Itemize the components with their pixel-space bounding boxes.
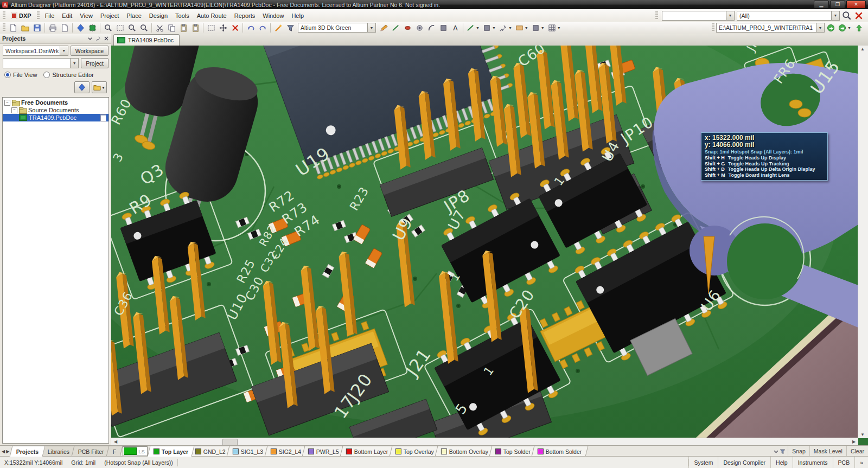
collapse-icon[interactable]: −	[4, 100, 10, 106]
new-document-button[interactable]	[7, 22, 19, 34]
open-vault-button[interactable]	[74, 22, 86, 34]
zoom-filter-button[interactable]	[138, 22, 150, 34]
scroll-up-arrow[interactable]: ▲	[858, 46, 867, 53]
snap-button[interactable]: Snap	[788, 446, 809, 457]
layer-tab-gnd-l2[interactable]: GND_L2	[189, 446, 232, 457]
menu-design[interactable]: Design	[145, 11, 171, 21]
scroll-left-arrow[interactable]: ◀	[111, 438, 120, 445]
status-menu-pcb[interactable]: PCB	[833, 457, 855, 468]
toolbar-grip[interactable]	[3, 11, 5, 20]
layer-filter-funnel-icon[interactable]	[780, 448, 786, 454]
mask-level-button[interactable]: Mask Level	[809, 446, 846, 457]
view-configuration-select[interactable]: Altium 3D Dk Green▼	[298, 23, 376, 33]
place-component-dropdown[interactable]: ▼	[481, 22, 497, 34]
tree-node-pcbdoc[interactable]: TRA1409.PcbDoc	[3, 114, 108, 121]
file-view-radio[interactable]: File View	[4, 72, 37, 78]
print-button[interactable]	[47, 22, 59, 34]
document-path-select[interactable]: E:\ALTIUM_PROJ_9_WINTER\TRA1▼	[716, 23, 825, 33]
place-room-dropdown[interactable]: ▼	[514, 22, 530, 34]
redo-button[interactable]	[257, 22, 269, 34]
status-menu-design-compiler[interactable]: Design Compiler	[718, 457, 770, 468]
open-project-button[interactable]: ▼	[92, 81, 107, 93]
place-string-button[interactable]	[449, 22, 461, 34]
filter-mask-button[interactable]	[284, 22, 296, 34]
up-button[interactable]	[853, 22, 865, 34]
tree-node-source-documents[interactable]: − Source Documents	[3, 106, 108, 114]
panel-close-icon[interactable]	[104, 36, 109, 41]
layer-tab-bottom-overlay[interactable]: Bottom Overlay	[435, 446, 494, 457]
layer-tab-pwr-l5[interactable]: PWR_L5	[302, 446, 346, 457]
horizontal-scrollbar[interactable]: ◀ ▶	[111, 438, 858, 446]
show-documents-button[interactable]	[74, 81, 90, 93]
menu-window[interactable]: Window	[259, 11, 288, 21]
layer-tab-top-overlay[interactable]: Top Overlay	[389, 446, 440, 457]
interactive-route-button[interactable]	[390, 22, 401, 34]
standard-toolbar-grip[interactable]	[3, 23, 5, 32]
layer-tab-top-layer[interactable]: Top Layer	[147, 446, 194, 457]
menu-auto-route[interactable]: Auto Route	[193, 11, 231, 21]
apply-filter-button[interactable]	[842, 11, 852, 21]
menu-file[interactable]: File	[41, 11, 59, 21]
panel-tabs-left-arrow[interactable]: ◀	[2, 449, 5, 454]
pour-dropdown[interactable]: ▼	[530, 22, 546, 34]
dxp-menu[interactable]: DXP	[7, 11, 35, 21]
select-area-button[interactable]	[205, 22, 217, 34]
panel-tabs-right-arrow[interactable]: ▶	[6, 449, 9, 454]
layer-tab-bottom-solder[interactable]: Bottom Solder	[532, 446, 589, 457]
place-pad-button[interactable]	[401, 22, 413, 34]
menu-place[interactable]: Place	[123, 11, 145, 21]
panel-tab-pcb-filter[interactable]: PCB Filter	[72, 446, 111, 457]
menu-view[interactable]: View	[76, 11, 97, 21]
navigation-toolbar-grip[interactable]	[712, 23, 714, 32]
tab-tra1409-pcbdoc[interactable]: TRA1409.PcbDoc	[113, 34, 180, 46]
collapse-icon[interactable]: −	[11, 107, 17, 113]
panel-tab-projects[interactable]: Projects	[10, 446, 46, 457]
layer-set-indicator[interactable]: LS	[123, 446, 148, 456]
open-button[interactable]	[19, 22, 31, 34]
cut-button[interactable]	[154, 22, 165, 34]
move-button[interactable]	[217, 22, 229, 34]
project-select[interactable]: ▼	[3, 58, 79, 68]
menu-project[interactable]: Project	[97, 11, 123, 21]
structure-editor-radio[interactable]: Structure Editor	[43, 72, 93, 78]
zoom-document-button[interactable]	[102, 22, 114, 34]
tree-node-free-documents[interactable]: − Free Documents	[3, 99, 108, 106]
pcb-3d-view[interactable]: C60R603Q3R9U19R72R73R74R82C24C32R23U9JP8…	[111, 46, 858, 438]
menu-edit[interactable]: Edit	[58, 11, 76, 21]
smart-wand-button[interactable]	[272, 22, 284, 34]
minimize-button[interactable]: ▁	[814, 1, 829, 9]
scroll-right-arrow[interactable]: ▶	[850, 438, 858, 445]
place-polygon-dropdown[interactable]: ▼	[497, 22, 514, 34]
clear-button[interactable]: Clear	[846, 446, 868, 457]
paste-button[interactable]	[177, 22, 189, 34]
menu-reports[interactable]: Reports	[231, 11, 259, 21]
menu-help[interactable]: Help	[288, 11, 308, 21]
menu-tools[interactable]: Tools	[171, 11, 193, 21]
clear-filter-button[interactable]	[854, 11, 864, 21]
forward-button[interactable]	[825, 22, 837, 34]
paste-special-button[interactable]	[189, 22, 201, 34]
panel-tab-truncated[interactable]: F	[106, 446, 123, 457]
menu-grip[interactable]	[37, 11, 40, 20]
filter-scope-select[interactable]: ▼	[662, 11, 735, 21]
filter-toolbar-grip[interactable]	[655, 11, 658, 20]
place-fill-button[interactable]	[437, 22, 449, 34]
panel-tab-libraries[interactable]: Libraries	[41, 446, 76, 457]
zoom-selected-button[interactable]	[126, 22, 138, 34]
save-button[interactable]	[31, 22, 43, 34]
place-arc-button[interactable]	[425, 22, 437, 34]
status-menu-system[interactable]: System	[688, 457, 718, 468]
status-menu-instruments[interactable]: Instruments	[793, 457, 833, 468]
project-button[interactable]: Project	[81, 58, 108, 68]
place-line-button[interactable]	[378, 22, 390, 34]
panel-pin-icon[interactable]	[95, 36, 101, 41]
filter-expression-select[interactable]: (All)▼	[737, 11, 840, 21]
show-board-button[interactable]	[86, 22, 98, 34]
layer-tab-sig2-l4[interactable]: SIG2_L4	[264, 446, 307, 457]
back-dropdown[interactable]: ▼	[837, 22, 853, 34]
panel-menu-chevron-icon[interactable]	[87, 36, 93, 41]
print-preview-button[interactable]	[59, 22, 71, 34]
workspace-select[interactable]: Workspace1.DsnWrk▼	[3, 46, 68, 56]
place-via-button[interactable]	[413, 22, 425, 34]
copy-button[interactable]	[165, 22, 177, 34]
